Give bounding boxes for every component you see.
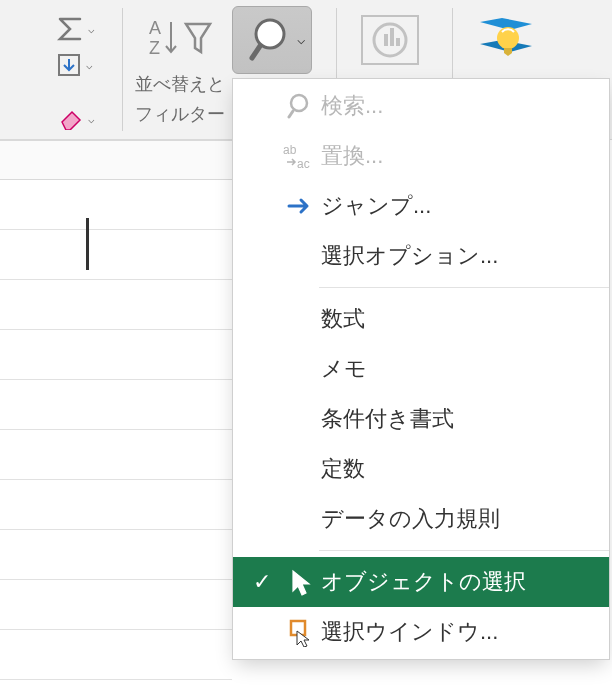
menu-item-label: 定数 [321, 454, 593, 484]
jump-icon [279, 195, 321, 217]
svg-text:Z: Z [149, 38, 160, 58]
sort-filter-button[interactable]: AZ 並べ替えと フィルター [126, 10, 234, 126]
menu-item[interactable]: ジャンプ... [233, 181, 609, 231]
data-analysis-button[interactable] [358, 12, 422, 68]
lightbulb-icon [476, 12, 536, 68]
autosum-button[interactable]: ⌵ [52, 14, 99, 44]
menu-item[interactable]: メモ [233, 344, 609, 394]
autosum-group: ⌵ ⌵ [52, 14, 99, 80]
menu-separator [319, 287, 609, 288]
menu-item-label: メモ [321, 354, 593, 384]
selpane-icon [279, 617, 321, 647]
magnifier-icon [246, 14, 298, 66]
menu-item-label: オブジェクトの選択 [321, 567, 593, 597]
sort-icon: AZ [147, 16, 181, 60]
svg-text:ab: ab [283, 143, 297, 157]
worksheet-grid[interactable] [0, 140, 232, 688]
menu-item: abac置換... [233, 131, 609, 181]
svg-rect-7 [390, 28, 394, 46]
find-select-menu: 検索...abac置換...ジャンプ...選択オプション...数式メモ条件付き書… [232, 78, 610, 660]
sigma-icon [56, 16, 84, 42]
divider [122, 8, 123, 131]
svg-text:ac: ac [297, 157, 310, 170]
sort-filter-label-2: フィルター [126, 102, 234, 126]
chevron-down-icon: ⌵ [86, 59, 93, 72]
pointer-icon [279, 567, 321, 597]
menu-item-label: 検索... [321, 91, 593, 121]
menu-separator [319, 550, 609, 551]
menu-item: 検索... [233, 81, 609, 131]
clear-button[interactable]: ⌵ [52, 104, 99, 134]
chevron-down-icon: ⌵ [297, 31, 305, 47]
menu-item[interactable]: 選択オプション... [233, 231, 609, 281]
svg-point-10 [291, 95, 307, 111]
svg-text:A: A [149, 18, 161, 38]
checkmark-icon: ✓ [245, 569, 279, 595]
menu-item-label: データの入力規則 [321, 504, 593, 534]
fill-button[interactable]: ⌵ [52, 50, 99, 80]
filter-icon [183, 16, 213, 60]
ideas-button[interactable] [476, 12, 536, 68]
chevron-down-icon: ⌵ [88, 23, 95, 36]
eraser-icon [56, 108, 84, 130]
menu-item-label: ジャンプ... [321, 191, 593, 221]
menu-item[interactable]: 定数 [233, 444, 609, 494]
menu-item[interactable]: 条件付き書式 [233, 394, 609, 444]
menu-item-label: 条件付き書式 [321, 404, 593, 434]
svg-rect-6 [384, 34, 388, 46]
sort-filter-label-1: 並べ替えと [126, 72, 234, 96]
replace-icon: abac [279, 142, 321, 170]
chevron-down-icon: ⌵ [88, 113, 95, 126]
fill-down-icon [56, 52, 82, 78]
menu-item[interactable]: 選択ウインドウ... [233, 607, 609, 657]
svg-point-9 [497, 27, 519, 49]
find-select-button[interactable]: ⌵ [232, 6, 312, 74]
menu-item-label: 選択ウインドウ... [321, 617, 593, 647]
menu-item[interactable]: 数式 [233, 294, 609, 344]
menu-item[interactable]: ✓オブジェクトの選択 [233, 557, 609, 607]
menu-item-label: 選択オプション... [321, 241, 593, 271]
search-icon [279, 91, 321, 121]
svg-rect-8 [396, 38, 400, 46]
analysis-chart-icon [358, 12, 422, 68]
menu-item-label: 数式 [321, 304, 593, 334]
menu-item[interactable]: データの入力規則 [233, 494, 609, 544]
cell-cursor [86, 218, 89, 270]
menu-item-label: 置換... [321, 141, 593, 171]
